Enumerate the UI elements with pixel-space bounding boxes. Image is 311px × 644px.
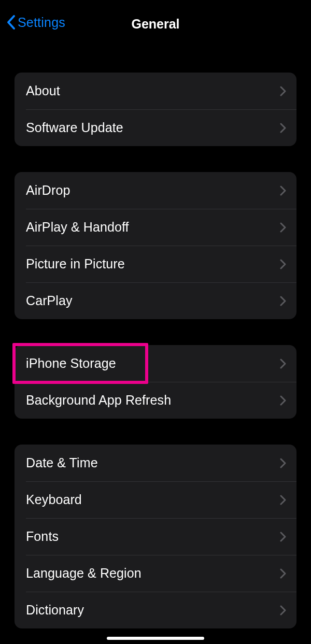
chevron-right-icon bbox=[280, 123, 286, 133]
row-label: About bbox=[26, 83, 60, 98]
row-picture-in-picture[interactable]: Picture in Picture bbox=[15, 246, 296, 282]
row-software-update[interactable]: Software Update bbox=[15, 109, 296, 146]
chevron-right-icon bbox=[280, 185, 286, 196]
row-keyboard[interactable]: Keyboard bbox=[15, 481, 296, 518]
settings-group: About Software Update bbox=[15, 73, 296, 146]
settings-group: Date & Time Keyboard Fonts Language & Re… bbox=[15, 445, 296, 628]
back-label: Settings bbox=[18, 15, 65, 30]
row-airplay-handoff[interactable]: AirPlay & Handoff bbox=[15, 209, 296, 246]
row-label: CarPlay bbox=[26, 293, 73, 308]
settings-group: AirDrop AirPlay & Handoff Picture in Pic… bbox=[15, 172, 296, 319]
row-label: Picture in Picture bbox=[26, 256, 125, 271]
row-iphone-storage[interactable]: iPhone Storage bbox=[15, 345, 296, 382]
chevron-right-icon bbox=[280, 222, 286, 233]
row-background-app-refresh[interactable]: Background App Refresh bbox=[15, 382, 296, 419]
chevron-right-icon bbox=[280, 86, 286, 96]
row-label: AirDrop bbox=[26, 183, 70, 198]
row-carplay[interactable]: CarPlay bbox=[15, 282, 296, 319]
row-label: Dictionary bbox=[26, 603, 84, 618]
chevron-right-icon bbox=[280, 568, 286, 579]
home-indicator[interactable] bbox=[107, 637, 204, 640]
navigation-header: Settings General bbox=[0, 0, 311, 48]
page-title: General bbox=[131, 17, 179, 32]
row-label: Language & Region bbox=[26, 566, 142, 581]
row-label: Background App Refresh bbox=[26, 393, 171, 408]
back-button[interactable]: Settings bbox=[6, 15, 65, 30]
row-date-time[interactable]: Date & Time bbox=[15, 445, 296, 481]
row-label: Keyboard bbox=[26, 492, 82, 507]
row-label: Date & Time bbox=[26, 455, 98, 470]
row-label: Fonts bbox=[26, 529, 59, 544]
chevron-right-icon bbox=[280, 495, 286, 505]
chevron-right-icon bbox=[280, 395, 286, 406]
row-label: Software Update bbox=[26, 120, 123, 135]
row-label: iPhone Storage bbox=[26, 356, 116, 371]
row-label: AirPlay & Handoff bbox=[26, 220, 129, 235]
settings-content: About Software Update AirDrop AirPlay & … bbox=[0, 73, 311, 628]
chevron-right-icon bbox=[280, 458, 286, 468]
row-about[interactable]: About bbox=[15, 73, 296, 109]
row-dictionary[interactable]: Dictionary bbox=[15, 592, 296, 628]
chevron-left-icon bbox=[6, 15, 16, 30]
chevron-right-icon bbox=[280, 259, 286, 269]
chevron-right-icon bbox=[280, 296, 286, 306]
row-fonts[interactable]: Fonts bbox=[15, 518, 296, 555]
chevron-right-icon bbox=[280, 359, 286, 369]
chevron-right-icon bbox=[280, 532, 286, 542]
chevron-right-icon bbox=[280, 605, 286, 616]
row-language-region[interactable]: Language & Region bbox=[15, 555, 296, 592]
settings-group: iPhone Storage Background App Refresh bbox=[15, 345, 296, 419]
row-airdrop[interactable]: AirDrop bbox=[15, 172, 296, 209]
